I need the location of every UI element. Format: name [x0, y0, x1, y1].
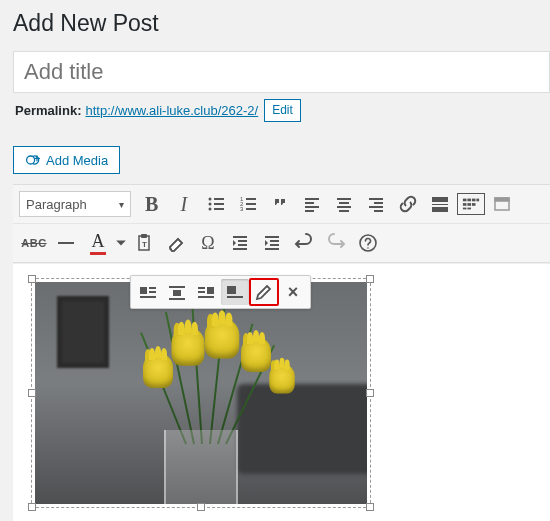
read-more-button[interactable] [425, 189, 455, 219]
svg-rect-42 [233, 236, 247, 238]
redo-icon [326, 233, 346, 253]
toolbar-toggle-icon [462, 197, 480, 211]
svg-rect-8 [246, 198, 256, 200]
resize-handle[interactable] [366, 389, 374, 397]
special-char-button[interactable]: Ω [193, 228, 223, 258]
bold-button[interactable]: B [137, 189, 167, 219]
format-select[interactable]: Paragraph [19, 191, 131, 217]
media-icon [25, 152, 41, 168]
text-color-icon: A [90, 232, 106, 255]
text-color-button[interactable]: A [83, 228, 113, 258]
svg-rect-48 [270, 244, 279, 246]
page-title: Add New Post [13, 10, 550, 37]
keyboard-shortcuts-button[interactable] [353, 228, 383, 258]
fullscreen-icon [492, 194, 512, 214]
outdent-icon [230, 233, 250, 253]
add-media-button[interactable]: Add Media [13, 146, 120, 174]
img-align-left-button[interactable] [134, 279, 162, 305]
resize-handle[interactable] [28, 275, 36, 283]
svg-rect-26 [432, 204, 448, 205]
align-center-icon [334, 194, 354, 214]
img-align-none-icon [225, 282, 245, 302]
blockquote-button[interactable] [265, 189, 295, 219]
read-more-icon [430, 194, 450, 214]
toolbar-toggle-button[interactable] [457, 193, 485, 215]
svg-rect-13 [305, 198, 319, 200]
strikethrough-button[interactable]: ABC [19, 228, 49, 258]
svg-rect-33 [467, 203, 471, 206]
undo-button[interactable] [289, 228, 319, 258]
svg-rect-14 [305, 202, 314, 204]
svg-rect-35 [463, 208, 467, 210]
editor-content[interactable]: × [13, 263, 550, 521]
img-align-center-button[interactable] [163, 279, 191, 305]
redo-button[interactable] [321, 228, 351, 258]
svg-rect-61 [198, 296, 214, 298]
svg-rect-28 [463, 199, 467, 202]
svg-rect-56 [173, 290, 181, 296]
text-color-dropdown[interactable] [115, 228, 127, 258]
outdent-button[interactable] [225, 228, 255, 258]
numbered-list-icon: 123 [238, 194, 258, 214]
align-left-icon [302, 194, 322, 214]
svg-rect-55 [169, 286, 185, 288]
chevron-down-icon [115, 233, 127, 253]
align-center-button[interactable] [329, 189, 359, 219]
eraser-icon [166, 233, 186, 253]
svg-rect-6 [214, 208, 224, 210]
svg-rect-36 [467, 208, 471, 210]
clear-formatting-button[interactable] [161, 228, 191, 258]
italic-button[interactable]: I [169, 189, 199, 219]
editor-toolbar: Paragraph B I 123 [13, 184, 550, 263]
resize-handle[interactable] [366, 275, 374, 283]
resize-handle[interactable] [28, 389, 36, 397]
svg-rect-63 [227, 296, 243, 298]
svg-rect-59 [198, 287, 205, 289]
resize-handle[interactable] [197, 503, 205, 511]
align-right-button[interactable] [361, 189, 391, 219]
bullet-list-button[interactable] [201, 189, 231, 219]
numbered-list-button[interactable]: 123 [233, 189, 263, 219]
paste-text-button[interactable]: T [129, 228, 159, 258]
svg-rect-4 [214, 203, 224, 205]
img-align-none-button[interactable] [221, 279, 249, 305]
svg-rect-34 [472, 203, 476, 206]
svg-rect-46 [265, 236, 279, 238]
img-edit-button[interactable] [250, 279, 278, 305]
horizontal-rule-button[interactable] [51, 228, 81, 258]
permalink-url[interactable]: http://www.ali-luke.club/262-2/ [85, 103, 258, 118]
svg-rect-52 [149, 287, 156, 289]
svg-rect-54 [140, 296, 156, 298]
indent-button[interactable] [257, 228, 287, 258]
undo-icon [294, 233, 314, 253]
svg-rect-12 [246, 208, 256, 210]
svg-point-5 [208, 208, 211, 211]
img-align-center-icon [167, 282, 187, 302]
link-icon [398, 194, 418, 214]
pencil-icon [254, 282, 274, 302]
svg-rect-58 [207, 287, 214, 294]
distraction-free-button[interactable] [487, 189, 517, 219]
permalink-edit-button[interactable]: Edit [264, 99, 301, 122]
svg-rect-47 [270, 240, 279, 242]
img-remove-button[interactable]: × [279, 279, 307, 305]
resize-handle[interactable] [366, 503, 374, 511]
svg-rect-24 [374, 210, 383, 212]
svg-rect-44 [238, 244, 247, 246]
svg-rect-38 [495, 198, 509, 201]
svg-rect-31 [476, 199, 479, 202]
clipboard-icon: T [134, 233, 154, 253]
link-button[interactable] [393, 189, 423, 219]
resize-handle[interactable] [28, 503, 36, 511]
selected-image[interactable]: × [31, 278, 371, 508]
svg-rect-51 [140, 287, 147, 294]
align-left-button[interactable] [297, 189, 327, 219]
post-title-input[interactable] [13, 51, 550, 93]
svg-rect-53 [149, 291, 156, 293]
svg-text:3: 3 [240, 206, 244, 212]
svg-rect-18 [339, 202, 349, 204]
img-align-right-button[interactable] [192, 279, 220, 305]
img-align-right-icon [196, 282, 216, 302]
indent-icon [262, 233, 282, 253]
svg-rect-2 [214, 198, 224, 200]
